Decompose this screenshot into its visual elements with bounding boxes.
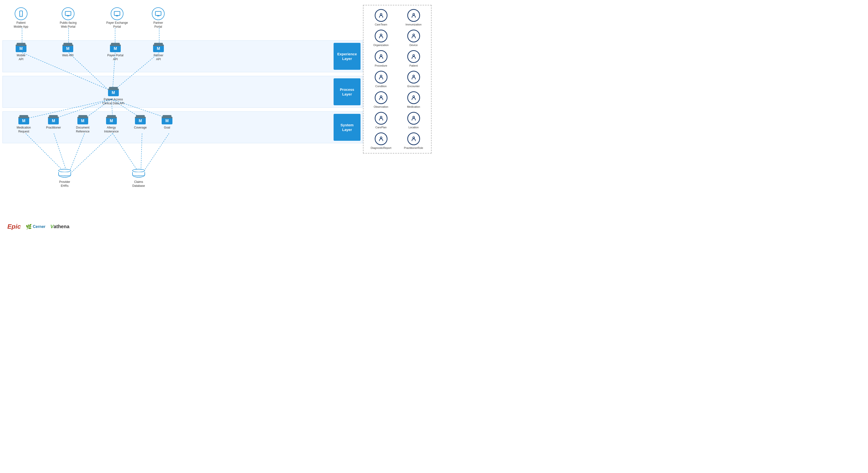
resource-medication: Medication (399, 91, 429, 108)
partner-portal-node: PartnerPortal (152, 7, 164, 29)
immunization-label: Immunization (406, 23, 422, 26)
svg-point-32 (380, 13, 382, 15)
patient-access-api-node: Patient AccessClinical Data API (102, 87, 124, 105)
goal-label: Goal (164, 126, 170, 130)
diagnosticreport-circle (375, 132, 388, 145)
mobile-api-label: MobileAPI (17, 54, 25, 61)
observation-label: Observation (374, 105, 388, 108)
svg-point-37 (413, 55, 414, 56)
experience-layer-label: ExperienceLayer (334, 43, 361, 70)
goal-node: Goal (161, 115, 173, 130)
svg-point-45 (413, 137, 414, 138)
system-layer-label: SystemLayer (334, 114, 361, 141)
goal-icon (161, 115, 173, 125)
cerner-logo: 🌿 Cerner (26, 224, 45, 230)
organization-circle (375, 30, 388, 42)
careplan-label: CarePlan (375, 126, 387, 129)
svg-point-39 (413, 75, 414, 77)
svg-point-36 (380, 55, 382, 56)
resource-location: Location (399, 112, 429, 129)
svg-rect-23 (65, 11, 71, 15)
document-reference-label: DocumentReference (76, 126, 89, 133)
svg-point-40 (380, 96, 382, 97)
main-container: ExperienceLayer ProcessLayer SystemLayer (0, 0, 434, 236)
resource-procedure: Procedure (366, 50, 396, 67)
patient-label: Patient (409, 64, 417, 67)
svg-rect-29 (155, 11, 161, 15)
patient-mobile-app-icon (15, 7, 27, 20)
partner-api-icon (153, 43, 164, 53)
logos-area: Epic 🌿 Cerner Vathena (7, 223, 69, 230)
claims-database-node: ClaimsDatabase (132, 169, 145, 188)
web-api-label: Web API (62, 54, 73, 58)
practitionerrole-circle (407, 132, 420, 145)
public-web-portal-node: Public-facingWeb Portal (60, 7, 77, 29)
resource-condition: Condition (366, 71, 396, 88)
resource-patient: Patient (399, 50, 429, 67)
resource-observation: Observation (366, 91, 396, 108)
claims-database-icon (132, 169, 145, 179)
web-api-icon (62, 43, 74, 53)
mobile-api-icon (15, 43, 27, 53)
resource-device: Device (399, 30, 429, 46)
encounter-circle (407, 71, 420, 84)
provider-ehrs-label: ProviderEHRs (59, 180, 70, 188)
provider-ehrs-icon (58, 169, 71, 179)
practitionerrole-label: PractitionerRole (404, 147, 423, 149)
cerner-text: Cerner (33, 224, 45, 229)
condition-label: Condition (375, 85, 386, 88)
partner-portal-label: PartnerPortal (153, 21, 163, 29)
payer-exchange-portal-icon (111, 7, 123, 20)
practitioner-node: Practitioner (46, 115, 61, 130)
svg-rect-26 (114, 11, 120, 15)
encounter-label: Encounter (407, 85, 420, 88)
condition-circle (375, 71, 388, 84)
resource-immunization: Immunization (399, 9, 429, 26)
resource-organization: Organization (366, 30, 396, 46)
medication-request-label: MedicationRequest (17, 126, 31, 133)
svg-point-43 (413, 116, 414, 118)
svg-point-22 (21, 15, 21, 15)
resource-practitionerrole: PractitionerRole (399, 132, 429, 149)
payer-portal-api-label: Payer PortalAPI (107, 54, 123, 61)
athena-logo: Vathena (51, 224, 69, 229)
payer-exchange-portal-label: Payer ExchangePortal (106, 21, 128, 29)
medication-label: Medication (407, 105, 420, 108)
patient-access-api-label: Patient AccessClinical Data API (102, 98, 124, 105)
svg-point-41 (413, 96, 414, 97)
medication-request-icon (18, 115, 30, 125)
resources-panel: CareTeam Immunization Organization (363, 5, 432, 154)
claims-database-label: ClaimsDatabase (132, 180, 145, 188)
device-label: Device (409, 43, 418, 46)
allergy-intolerance-icon (105, 115, 117, 125)
organization-label: Organization (373, 43, 389, 46)
svg-point-34 (380, 34, 382, 36)
patient-mobile-app-node: PatientMobile App (14, 7, 28, 29)
coverage-label: Coverage (134, 126, 147, 130)
svg-point-33 (413, 13, 414, 15)
patient-mobile-app-label: PatientMobile App (14, 21, 28, 29)
svg-point-42 (380, 116, 382, 118)
svg-point-38 (380, 75, 382, 77)
svg-point-44 (380, 137, 382, 138)
medication-circle (407, 91, 420, 104)
patient-circle (407, 50, 420, 63)
provider-ehrs-node: ProviderEHRs (58, 169, 71, 188)
epic-logo: Epic (7, 223, 21, 230)
coverage-icon (134, 115, 146, 125)
payer-exchange-portal-node: Payer ExchangePortal (106, 7, 128, 29)
process-layer-label: ProcessLayer (334, 78, 361, 105)
web-api-node: Web API (62, 43, 74, 58)
allergy-intolerance-label: AllergyIntolerance (104, 126, 119, 133)
partner-portal-icon (152, 7, 164, 20)
cerner-leaf-icon: 🌿 (26, 224, 32, 230)
mobile-api-node: MobileAPI (15, 43, 27, 61)
svg-rect-21 (20, 11, 23, 17)
practitioner-icon (48, 115, 59, 125)
location-circle (407, 112, 420, 125)
diagnosticreport-label: DiagnosticReport (371, 147, 391, 149)
resource-diagnosticreport: DiagnosticReport (366, 132, 396, 149)
location-label: Location (408, 126, 419, 129)
observation-circle (375, 91, 388, 104)
public-web-portal-label: Public-facingWeb Portal (60, 21, 77, 29)
